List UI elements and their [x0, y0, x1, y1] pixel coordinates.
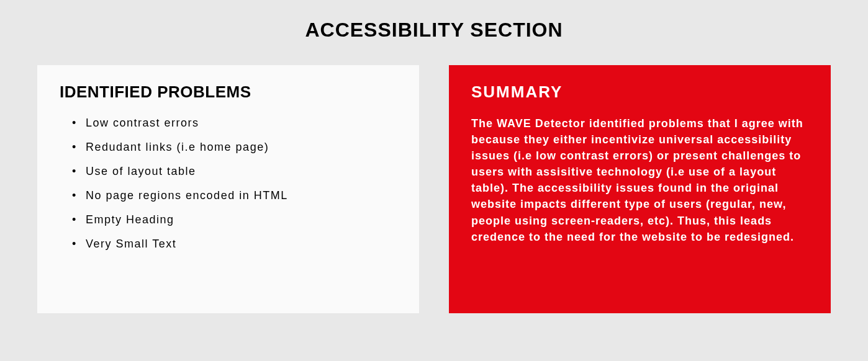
- identified-problems-card: IDENTIFIED PROBLEMS Low contrast errors …: [37, 65, 419, 313]
- problems-list: Low contrast errors Redudant links (i.e …: [60, 117, 397, 251]
- list-item: Low contrast errors: [75, 117, 397, 130]
- list-item: No page regions encoded in HTML: [75, 189, 397, 202]
- list-item: Redudant links (i.e home page): [75, 141, 397, 154]
- list-item: Empty Heading: [75, 213, 397, 226]
- list-item: Very Small Text: [75, 238, 397, 251]
- section-title: ACCESSIBILITY SECTION: [37, 19, 831, 42]
- cards-container: IDENTIFIED PROBLEMS Low contrast errors …: [37, 65, 831, 313]
- summary-card: SUMMARY The WAVE Detector identified pro…: [449, 65, 831, 313]
- list-item: Use of layout table: [75, 165, 397, 178]
- identified-problems-heading: IDENTIFIED PROBLEMS: [60, 82, 397, 102]
- summary-heading: SUMMARY: [471, 82, 808, 102]
- summary-text: The WAVE Detector identified problems th…: [471, 115, 808, 245]
